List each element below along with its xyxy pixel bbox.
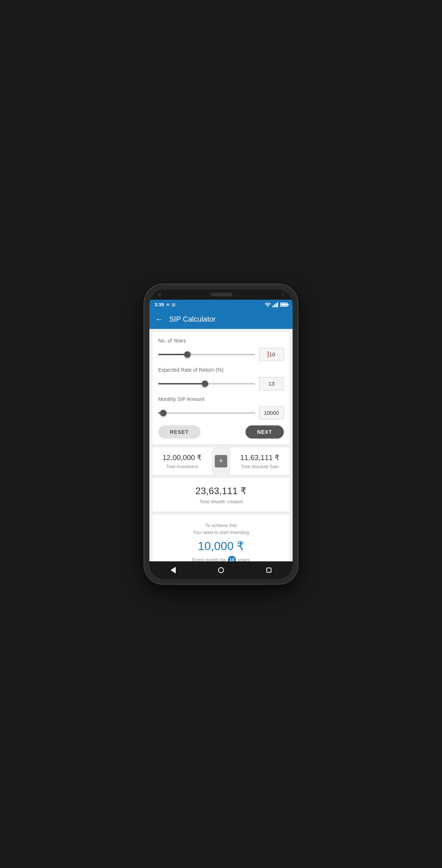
years-slider-row: 10	[158, 348, 284, 361]
phone-device: 3:39 ⊕ ▤	[144, 284, 298, 584]
sim-icon: ▤	[172, 302, 175, 307]
app-header: ← SIP Calculator	[149, 310, 293, 329]
status-left: 3:39 ⊕ ▤	[155, 302, 175, 307]
years-field: No. of Years 10	[158, 338, 284, 361]
back-triangle-icon	[171, 567, 176, 573]
achieve-amount: 10,000 ₹	[160, 539, 282, 553]
rate-slider-thumb[interactable]	[202, 380, 208, 387]
home-circle-icon	[218, 567, 224, 573]
signal-bar-2	[274, 304, 275, 307]
nav-home-button[interactable]	[214, 563, 228, 577]
total-gain-amount: 11,63,111 ₹	[235, 453, 285, 462]
rate-value: 13	[268, 380, 275, 387]
total-investment-label: Total Investment	[157, 464, 207, 469]
battery-fill	[281, 304, 286, 306]
bottom-nav	[149, 561, 293, 579]
rate-slider-wrapper[interactable]	[158, 383, 255, 384]
achieve-footer-pre: Every month for	[192, 557, 226, 561]
signal-bars	[273, 302, 278, 307]
rate-slider-row: 13	[158, 377, 284, 390]
calculator-card: No. of Years 10	[152, 332, 290, 444]
total-gain-label: Total Absolute Gain	[235, 464, 285, 469]
phone-hardware-top	[149, 289, 293, 300]
achieve-subtitle-1: To achieve this You need to start Invest…	[160, 522, 282, 536]
signal-bar-1	[273, 306, 274, 307]
next-button[interactable]: NEXT	[245, 425, 284, 439]
rate-field: Expected Rate of Return (%) 13	[158, 367, 284, 390]
achieve-footer-post: years	[238, 557, 250, 561]
back-button[interactable]: ←	[155, 315, 163, 324]
total-wealth-label: Total Wealth created	[160, 499, 282, 504]
buttons-row: RESET NEXT	[158, 425, 284, 439]
rate-label: Expected Rate of Return (%)	[158, 367, 284, 373]
status-time: 3:39	[155, 302, 164, 307]
main-content: No. of Years 10	[149, 329, 293, 561]
years-cursor	[268, 351, 268, 358]
signal-bar-4	[277, 302, 278, 307]
rate-value-box[interactable]: 13	[259, 377, 284, 390]
total-investment-amount: 12,00,000 ₹	[157, 453, 207, 462]
app-title: SIP Calculator	[169, 315, 216, 323]
plus-connector: +	[215, 447, 227, 475]
results-row: 12,00,000 ₹ Total Investment + 11,63,111…	[152, 447, 290, 475]
rate-slider-fill	[158, 383, 205, 384]
sip-slider-track	[158, 412, 255, 414]
total-wealth-card: 23,63,111 ₹ Total Wealth created	[152, 478, 290, 512]
rate-slider-track	[158, 383, 255, 384]
sip-label: Monthly SIP Amount	[158, 396, 284, 402]
achieve-card: To achieve this You need to start Invest…	[152, 515, 290, 561]
years-slider-track	[158, 354, 255, 355]
location-icon: ⊕	[166, 302, 169, 307]
sip-slider-thumb[interactable]	[160, 410, 167, 416]
status-right	[264, 302, 287, 307]
sip-value: 10000	[264, 410, 279, 416]
phone-screen: 3:39 ⊕ ▤	[149, 289, 293, 579]
years-slider-wrapper[interactable]	[158, 354, 255, 355]
sip-slider-row: 10000	[158, 406, 284, 420]
years-slider-thumb[interactable]	[184, 351, 191, 358]
total-investment-card: 12,00,000 ₹ Total Investment	[152, 447, 212, 475]
years-label: No. of Years	[158, 338, 284, 344]
camera-dot	[158, 293, 161, 296]
years-value-box[interactable]: 10	[259, 348, 284, 361]
sensor-dot	[282, 293, 284, 296]
sip-slider-wrapper[interactable]	[158, 412, 255, 414]
total-gain-card: 11,63,111 ₹ Total Absolute Gain	[230, 447, 290, 475]
achieve-years-badge: 10	[228, 556, 236, 561]
plus-icon: +	[215, 455, 227, 467]
recents-square-icon	[266, 568, 271, 573]
status-bar: 3:39 ⊕ ▤	[149, 300, 293, 310]
svg-point-0	[267, 306, 268, 307]
years-slider-fill	[158, 354, 187, 355]
speaker-grille	[210, 293, 232, 296]
signal-bar-3	[275, 303, 277, 307]
sip-value-box[interactable]: 10000	[259, 406, 284, 420]
total-wealth-amount: 23,63,111 ₹	[160, 485, 282, 497]
wifi-icon	[264, 302, 271, 307]
years-value: 10	[269, 351, 275, 357]
sip-field: Monthly SIP Amount 10000	[158, 396, 284, 420]
nav-recents-button[interactable]	[262, 563, 276, 577]
reset-button[interactable]: RESET	[158, 425, 201, 439]
battery-icon	[280, 303, 287, 307]
achieve-footer: Every month for 10 years	[160, 556, 282, 561]
nav-back-button[interactable]	[166, 563, 180, 577]
